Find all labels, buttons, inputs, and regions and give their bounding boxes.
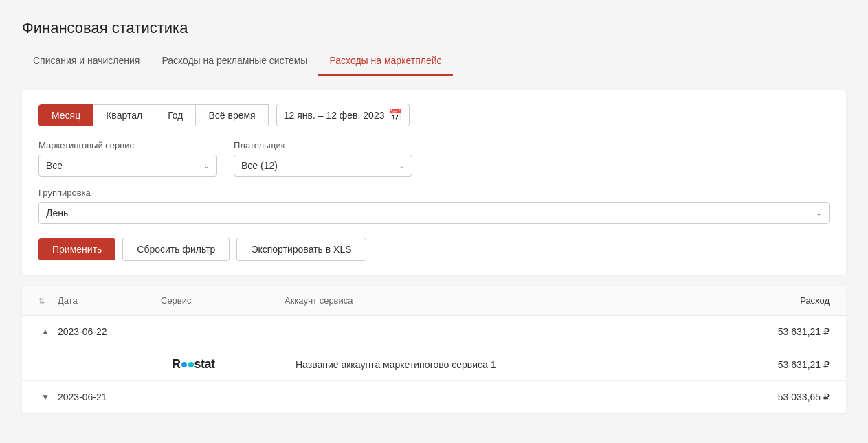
grouping-label: Группировка: [38, 188, 830, 198]
actions-row: Применить Сбросить фильтр Экспортировать…: [38, 238, 830, 261]
chevron-up-icon[interactable]: ▲: [38, 325, 52, 339]
page-header: Финансовая статистика: [0, 0, 868, 48]
marketing-service-chevron-icon: ⌄: [203, 161, 210, 170]
period-alltime-button[interactable]: Всё время: [195, 104, 268, 126]
period-buttons-row: Месяц Квартал Год Всё время 12 янв. – 12…: [38, 104, 830, 126]
table-row: R stat Название аккаунта маркетиногово с…: [22, 348, 846, 381]
period-month-button[interactable]: Месяц: [38, 104, 93, 126]
filters-row: Маркетинговый сервис Все ⌄ Плательщик Вс…: [38, 140, 830, 177]
row-child-account: Название аккаунта маркетиногово сервиса …: [296, 359, 720, 370]
period-year-button[interactable]: Год: [155, 104, 196, 126]
row-date: 2023-06-21: [58, 391, 161, 402]
col-service-header: Сервис: [161, 295, 285, 306]
date-range-value: 12 янв. – 12 фев. 2023: [284, 110, 385, 121]
payer-value: Все (12): [241, 160, 278, 171]
row-date: 2023-06-22: [58, 326, 161, 337]
page: Финансовая статистика Списания и начисле…: [0, 0, 868, 443]
roistat-dot2: [188, 362, 194, 367]
tab-writeoffs[interactable]: Списания и начисления: [22, 48, 151, 76]
tabs-bar: Списания и начисления Расходы на рекламн…: [0, 48, 868, 76]
payer-filter-group: Плательщик Все (12) ⌄: [234, 140, 412, 177]
marketing-service-select[interactable]: Все ⌄: [38, 155, 217, 177]
payer-label: Плательщик: [234, 140, 412, 150]
tab-ad-systems[interactable]: Расходы на рекламные системы: [151, 48, 318, 76]
table-row: ▼ 2023-06-21 53 033,65 ₽: [22, 381, 846, 413]
grouping-filter-group: Группировка День ⌄: [38, 188, 830, 224]
tab-marketplace[interactable]: Расходы на маркетплейс: [318, 48, 452, 76]
row-child-service: R stat: [172, 357, 296, 372]
main-content: Месяц Квартал Год Всё время 12 янв. – 12…: [0, 76, 868, 427]
row-toggle[interactable]: ▲: [38, 325, 58, 339]
marketing-service-filter-group: Маркетинговый сервис Все ⌄: [38, 140, 217, 177]
page-title: Финансовая статистика: [22, 19, 846, 37]
apply-button[interactable]: Применить: [38, 238, 115, 260]
marketing-service-value: Все: [46, 160, 63, 171]
table-header: ⇅ Дата Сервис Аккаунт сервиса Расход: [22, 286, 846, 316]
reset-button[interactable]: Сбросить фильтр: [122, 238, 230, 261]
col-toggle-header: ⇅: [38, 295, 58, 306]
period-quarter-button[interactable]: Квартал: [93, 104, 155, 126]
payer-select[interactable]: Все (12) ⌄: [234, 155, 412, 177]
col-date-header: Дата: [58, 295, 161, 306]
date-range-picker[interactable]: 12 янв. – 12 фев. 2023 📅: [276, 104, 410, 126]
calendar-icon: 📅: [388, 109, 402, 122]
payer-chevron-icon: ⌄: [399, 161, 405, 170]
table-row: ▲ 2023-06-22 53 631,21 ₽: [22, 316, 846, 348]
filter-card: Месяц Квартал Год Всё время 12 янв. – 12…: [22, 90, 846, 275]
grouping-select[interactable]: День ⌄: [38, 202, 830, 224]
row-amount: 53 631,21 ₽: [720, 326, 830, 337]
sort-icon: ⇅: [38, 297, 45, 305]
data-table: ⇅ Дата Сервис Аккаунт сервиса Расход ▲ 2…: [22, 286, 846, 413]
col-amount-header: Расход: [720, 295, 830, 306]
roistat-dot1: [181, 362, 187, 367]
row-toggle[interactable]: ▼: [38, 390, 58, 404]
chevron-down-icon[interactable]: ▼: [38, 390, 52, 404]
roistat-logo: R stat: [172, 357, 296, 372]
row-child-amount: 53 631,21 ₽: [720, 359, 830, 370]
col-account-header: Аккаунт сервиса: [285, 295, 720, 306]
grouping-row: Группировка День ⌄: [38, 188, 830, 224]
grouping-chevron-icon: ⌄: [816, 209, 822, 218]
grouping-value: День: [46, 207, 68, 218]
marketing-service-label: Маркетинговый сервис: [38, 140, 217, 150]
row-amount: 53 033,65 ₽: [720, 391, 830, 402]
export-button[interactable]: Экспортировать в XLS: [236, 238, 366, 261]
